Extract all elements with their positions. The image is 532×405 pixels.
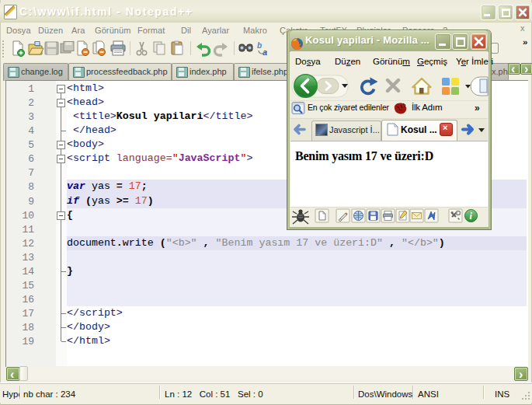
svg-text:b: b bbox=[257, 41, 262, 50]
svg-text:a: a bbox=[263, 47, 267, 57]
